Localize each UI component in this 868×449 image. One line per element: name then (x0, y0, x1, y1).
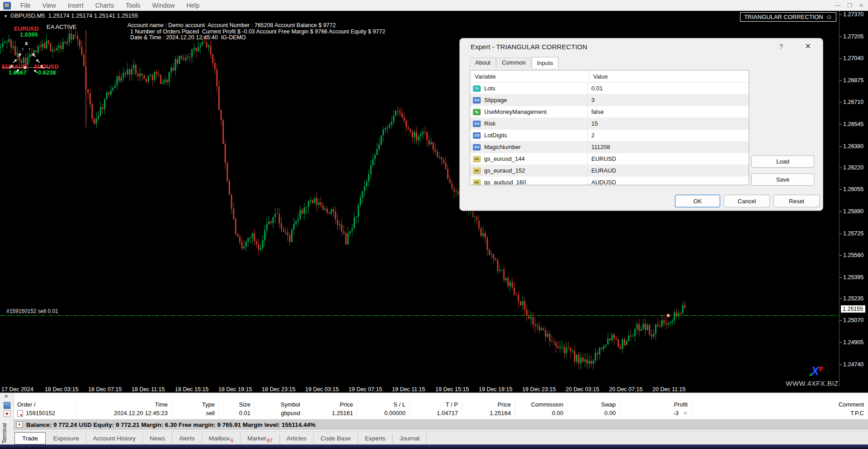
load-button[interactable]: Load (751, 155, 814, 168)
menu-window[interactable]: Window (146, 0, 181, 11)
price-axis-label: 1.26380 (843, 143, 863, 150)
input-row-usemoneymanagement[interactable]: ∿UseMoneyManagementfalse (470, 106, 749, 118)
orders-col-comment[interactable]: Comment (692, 401, 868, 408)
orders-col-time[interactable]: Time (77, 401, 172, 408)
num-type-icon: 123 (473, 144, 481, 150)
dialog-close-icon[interactable]: ✕ (805, 42, 811, 51)
order-row[interactable]: 1591501522024.12.20 12:45:23sell0.01gbpu… (14, 408, 868, 418)
terminal-tab-news[interactable]: News (143, 433, 172, 444)
terminal-tab-alerts[interactable]: Alerts (172, 433, 202, 444)
menu-file[interactable]: File (14, 0, 37, 11)
price-axis-label: 1.25725 (843, 230, 863, 237)
terminal-tab-code-base[interactable]: Code Base (314, 433, 358, 444)
orders-header-row[interactable]: Order /TimeTypeSizeSymbolPriceS / LT / P… (14, 401, 868, 408)
input-value[interactable]: false (588, 108, 749, 115)
input-row-gs_eurusd_144[interactable]: abgs_eurusd_144EURUSD (470, 153, 749, 165)
input-row-lotdigits[interactable]: 123LotDigits2 (470, 130, 749, 141)
orders-col-order-[interactable]: Order / (14, 401, 77, 408)
close-icon[interactable]: ✕ (859, 0, 863, 11)
account-info-line3: Date & Time : 2024.12.20 12:45:40 IG-DEM… (130, 34, 246, 41)
str-type-icon: ab (473, 168, 481, 174)
input-value[interactable]: AUDUSD (588, 179, 749, 185)
input-value[interactable]: 111208 (588, 144, 749, 150)
orders-col-t-p[interactable]: T / P (410, 401, 462, 408)
terminal-tab-trade[interactable]: Trade (14, 432, 46, 444)
save-button[interactable]: Save (751, 173, 814, 186)
tab-common[interactable]: Common (496, 57, 531, 68)
price-axis-label: 1.26220 (843, 164, 863, 171)
input-name: Lots (484, 85, 495, 92)
menu-help[interactable]: Help (180, 0, 205, 11)
price-axis-label: 1.24740 (843, 361, 863, 368)
reset-button[interactable]: Reset (774, 195, 820, 207)
orders-col-swap[interactable]: Swap (567, 401, 620, 408)
price-axis-label: 1.27370 (843, 11, 863, 18)
price-tick (840, 102, 842, 103)
price-axis[interactable]: 1.25155 1.273701.272051.270401.268751.26… (839, 11, 868, 386)
orders-col-size[interactable]: Size (219, 401, 255, 408)
terminal-tab-journal[interactable]: Journal (393, 433, 427, 444)
smiley-icon[interactable]: ☺ (826, 14, 832, 20)
order-cell: T.P.C (692, 408, 868, 418)
restore-icon[interactable]: ❐ (847, 0, 852, 11)
input-row-gs_audusd_160[interactable]: abgs_audusd_160AUDUSD (470, 177, 749, 185)
cancel-button[interactable]: Cancel (724, 195, 770, 207)
close-position-icon[interactable]: ✕ (683, 408, 688, 418)
menu-insert[interactable]: Insert (62, 0, 90, 11)
time-axis-label: 20 Dec 03:15 (566, 386, 599, 393)
orders-col-profit[interactable]: Profit (620, 401, 692, 408)
input-value[interactable]: 3 (588, 97, 749, 103)
input-row-slippage[interactable]: 123Slippage3 (470, 94, 749, 106)
terminal-close-icon[interactable]: ✕ (4, 393, 8, 399)
orders-col-price[interactable]: Price (304, 401, 357, 408)
terminal-tab-account-history[interactable]: Account History (86, 433, 143, 444)
chevron-down-icon[interactable]: ▼ (4, 14, 8, 19)
order-cell: 1.25161 (304, 408, 357, 418)
menu-view[interactable]: View (37, 0, 62, 11)
dialog-title: Expert - TRIANGULAR CORRECTION (471, 43, 587, 51)
ok-button[interactable]: OK (675, 195, 720, 207)
tab-inputs[interactable]: Inputs (532, 57, 558, 68)
input-value[interactable]: 0.01 (588, 85, 749, 92)
minimize-icon[interactable]: — (835, 0, 840, 11)
input-row-risk[interactable]: 123Risk15 (470, 118, 749, 130)
input-value[interactable]: 2 (588, 132, 749, 139)
orders-col-price[interactable]: Price (462, 401, 515, 408)
input-value[interactable]: EURUSD (588, 155, 749, 162)
price-axis-label: 1.26875 (843, 77, 863, 84)
time-axis-label: 19 Dec 11:15 (392, 386, 425, 393)
order-profit-cell[interactable]: -3✕ (620, 408, 692, 418)
app-logo-icon[interactable]: M (3, 2, 11, 9)
broker-logo-icon: XF▲ (808, 364, 829, 379)
price-axis-label: 1.26055 (843, 186, 863, 192)
input-value[interactable]: 15 (588, 120, 749, 127)
terminal-tab-mailbox[interactable]: Mailbox6 (202, 433, 241, 444)
input-name: gs_audusd_160 (484, 179, 526, 185)
input-row-lots[interactable]: ½Lots0.01 (470, 83, 749, 94)
str-type-icon: ab (473, 156, 481, 162)
trend-arrow-icon: x (24, 65, 27, 70)
input-row-gs_euraud_152[interactable]: abgs_euraud_152EURAUD (470, 165, 749, 177)
inputs-table[interactable]: VariableValue½Lots0.01123Slippage3∿UseMo… (470, 70, 749, 185)
input-value[interactable]: EURAUD (588, 167, 749, 174)
chart-symbol-title[interactable]: ▼GBPUSD,M5 1.25174 1.25174 1.25141 1.251… (4, 12, 138, 19)
order-cell: 0.00000 (357, 408, 410, 418)
terminal-tab-experts[interactable]: Experts (358, 433, 393, 444)
terminal-tab-market[interactable]: Market87 (241, 433, 280, 444)
orders-col-commission[interactable]: Commission (515, 401, 567, 408)
terminal-tab-exposure[interactable]: Exposure (47, 433, 86, 444)
help-icon[interactable]: ? (779, 42, 783, 50)
tab-about[interactable]: About (470, 57, 496, 68)
input-row-magicnumber[interactable]: 123MagicNumber111208 (470, 141, 749, 153)
num-type-icon: 123 (473, 121, 481, 127)
orders-col-s-l[interactable]: S / L (357, 401, 410, 408)
time-axis-label: 18 Dec 11:15 (132, 386, 165, 393)
menu-tools[interactable]: Tools (120, 0, 146, 11)
orders-col-symbol[interactable]: Symbol (255, 401, 304, 408)
menu-charts[interactable]: Charts (90, 0, 120, 11)
time-axis[interactable]: 17 Dec 202418 Dec 03:1518 Dec 07:1518 De… (0, 386, 868, 393)
resize-grip[interactable]: ⋰ (815, 203, 820, 209)
terminal-tab-articles[interactable]: Articles (280, 433, 314, 444)
order-id-cell[interactable]: 159150152 (14, 408, 77, 418)
orders-col-type[interactable]: Type (172, 401, 219, 408)
